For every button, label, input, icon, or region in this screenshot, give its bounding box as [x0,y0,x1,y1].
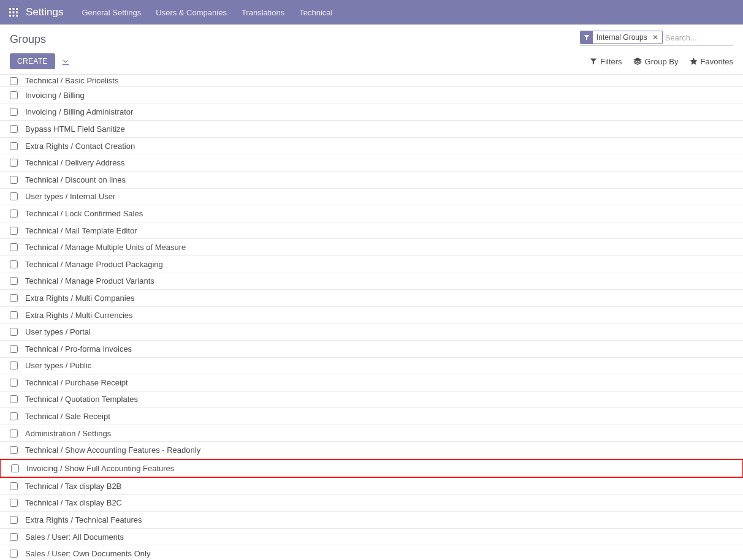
list-row[interactable]: Invoicing / Show Full Accounting Feature… [0,459,743,478]
svg-rect-6 [9,15,11,17]
row-checkbox[interactable] [10,108,18,116]
list-row[interactable]: Technical / Mail Template Editor [0,222,743,240]
list-row[interactable]: Technical / Manage Multiple Units of Mea… [0,239,743,256]
row-checkbox[interactable] [10,142,18,150]
row-label: Technical / Show Accounting Features - R… [25,445,200,455]
row-label: Technical / Tax display B2B [25,482,121,491]
search-facet-remove[interactable]: ✕ [651,33,662,42]
row-checkbox[interactable] [10,210,18,218]
list-row[interactable]: Technical / Sale Receipt [0,408,743,425]
search-input[interactable] [665,33,733,42]
row-checkbox[interactable] [10,260,18,268]
apps-icon[interactable] [5,4,22,21]
funnel-icon [590,58,597,65]
list-row[interactable]: Technical / Manage Product Variants [0,273,743,290]
row-checkbox[interactable] [10,499,18,507]
list-row[interactable]: Invoicing / Billing [0,87,743,104]
list-row[interactable]: User types / Internal User [0,189,743,206]
row-checkbox[interactable] [10,482,18,490]
row-checkbox[interactable] [10,379,18,387]
list-row[interactable]: Technical / Show Accounting Features - R… [0,442,743,459]
row-label: User types / Portal [25,327,91,336]
list-row[interactable]: Extra Rights / Contact Creation [0,138,743,155]
row-label: Extra Rights / Multi Currencies [25,311,133,320]
list-row[interactable]: User types / Public [0,358,743,375]
nav-users-companies[interactable]: Users & Companies [148,8,234,17]
row-checkbox[interactable] [10,311,18,319]
row-checkbox[interactable] [10,227,18,235]
row-label: Technical / Purchase Receipt [25,378,128,387]
row-label: Technical / Manage Product Packaging [25,260,163,269]
list-row[interactable]: Technical / Pro-forma Invoices [0,341,743,358]
list-view: Technical / Basic PricelistsInvoicing / … [0,74,743,560]
row-checkbox[interactable] [10,125,18,133]
list-row[interactable]: Invoicing / Billing Administrator [0,104,743,121]
row-checkbox[interactable] [10,550,18,558]
star-icon [690,58,698,66]
list-row[interactable]: Administration / Settings [0,425,743,442]
row-checkbox[interactable] [10,516,18,524]
group-by-button[interactable]: Group By [633,57,679,66]
svg-rect-8 [16,15,18,17]
row-label: Extra Rights / Multi Companies [25,293,134,303]
list-row[interactable]: Technical / Delivery Address [0,154,743,172]
list-row[interactable]: Technical / Manage Product Packaging [0,256,743,273]
brand-title[interactable]: Settings [26,6,63,18]
nav-general-settings[interactable]: General Settings [74,8,148,17]
row-label: Sales / User: All Documents [25,532,124,542]
row-checkbox[interactable] [10,328,18,336]
row-checkbox[interactable] [10,345,18,353]
row-checkbox[interactable] [10,91,18,99]
row-checkbox[interactable] [10,192,18,200]
search-facet-label: Internal Groups [593,32,651,43]
create-button[interactable]: CREATE [10,53,55,69]
list-row[interactable]: Sales / User: Own Documents Only [0,545,743,560]
control-panel: Groups Internal Groups ✕ CREATE Filters [0,25,743,74]
list-row[interactable]: User types / Portal [0,324,743,341]
row-checkbox[interactable] [10,277,18,285]
list-row[interactable]: Technical / Basic Pricelists [0,75,743,87]
list-row[interactable]: Technical / Tax display B2C [0,495,743,512]
favorites-button[interactable]: Favorites [690,57,733,66]
list-row[interactable]: Extra Rights / Multi Companies [0,290,743,307]
list-row[interactable]: Technical / Tax display B2B [0,478,743,495]
list-row[interactable]: Technical / Discount on lines [0,172,743,189]
row-checkbox[interactable] [10,294,18,302]
row-label: Technical / Quotation Templates [25,395,138,404]
row-checkbox[interactable] [10,176,18,184]
svg-rect-7 [13,15,15,17]
list-row[interactable]: Extra Rights / Multi Currencies [0,307,743,324]
list-row[interactable]: Technical / Quotation Templates [0,392,743,409]
list-row[interactable]: Bypass HTML Field Sanitize [0,121,743,138]
nav-technical[interactable]: Technical [292,8,340,17]
list-row[interactable]: Sales / User: All Documents [0,529,743,546]
list-row[interactable]: Technical / Lock Confirmed Sales [0,205,743,222]
row-checkbox[interactable] [10,77,18,85]
list-row[interactable]: Technical / Purchase Receipt [0,374,743,392]
row-label: Administration / Settings [25,429,111,438]
row-label: Invoicing / Show Full Accounting Feature… [26,464,174,473]
row-checkbox[interactable] [10,395,18,403]
download-icon[interactable] [61,57,70,66]
list-row[interactable]: Extra Rights / Technical Features [0,512,743,529]
search-bar[interactable]: Internal Groups ✕ [580,31,733,46]
filters-button[interactable]: Filters [590,57,622,66]
row-checkbox[interactable] [10,429,18,437]
row-label: Bypass HTML Field Sanitize [25,124,125,134]
page-title: Groups [10,33,46,46]
row-label: Technical / Sale Receipt [25,412,110,421]
row-checkbox[interactable] [10,159,18,167]
row-label: Extra Rights / Technical Features [25,515,142,524]
svg-rect-4 [13,12,15,13]
row-checkbox[interactable] [10,243,18,251]
row-checkbox[interactable] [11,464,19,472]
row-checkbox[interactable] [10,533,18,541]
row-checkbox[interactable] [10,412,18,420]
row-label: Technical / Basic Pricelists [25,76,118,85]
row-checkbox[interactable] [10,446,18,454]
row-label: Technical / Manage Product Variants [25,276,154,286]
nav-translations[interactable]: Translations [234,8,292,17]
row-label: Invoicing / Billing Administrator [25,107,133,116]
row-checkbox[interactable] [10,361,18,369]
funnel-icon [581,31,593,44]
